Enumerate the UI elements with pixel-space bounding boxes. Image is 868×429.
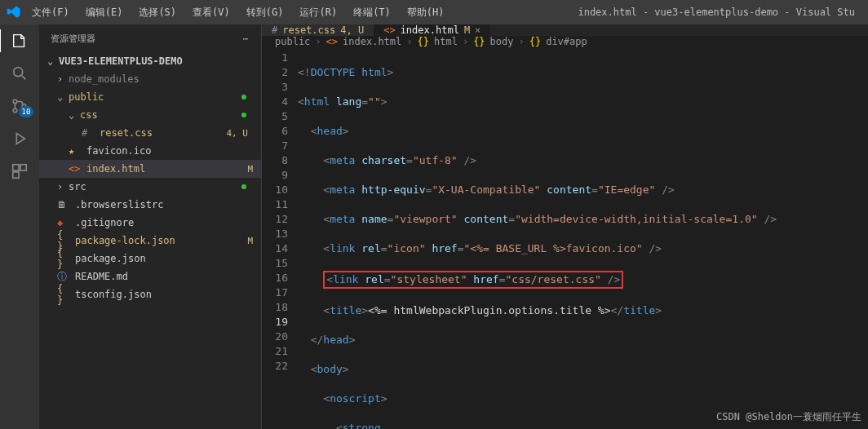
crumb[interactable]: html: [434, 36, 458, 47]
git-dot-icon: [241, 184, 246, 189]
tab-index-html[interactable]: <> index.html M ×: [374, 24, 490, 36]
git-status: M: [247, 236, 253, 246]
crumb[interactable]: index.html: [343, 36, 401, 47]
html-file-icon: <>: [69, 163, 80, 175]
tab-bar: # reset.css 4, U <> index.html M ×: [262, 24, 868, 36]
code-icon: {}: [418, 36, 429, 47]
search-icon[interactable]: [8, 62, 31, 85]
menu-help[interactable]: 帮助(H): [401, 3, 450, 22]
html-file-icon: <>: [326, 36, 338, 47]
menu-select[interactable]: 选择(S): [133, 3, 182, 22]
breadcrumb[interactable]: public› <> index.html› {} html› {} body›…: [262, 36, 868, 47]
chevron-down-icon: ⌄: [57, 91, 65, 103]
activity-bar: 10: [0, 24, 39, 429]
code-icon: {}: [529, 36, 541, 47]
title-bar: 文件(F) 编辑(E) 选择(S) 查看(V) 转到(G) 运行(R) 终端(T…: [0, 0, 868, 24]
svg-rect-6: [13, 172, 19, 178]
git-status: 4, U: [227, 128, 249, 139]
file-reset-css[interactable]: # reset.css 4, U: [39, 124, 261, 142]
svg-point-2: [13, 108, 17, 113]
folder-css[interactable]: ⌄ css: [39, 106, 261, 124]
extensions-icon[interactable]: [8, 160, 31, 183]
watermark: CSDN @Sheldon一蓑烟雨任平生: [716, 410, 861, 424]
folder-public[interactable]: ⌄ public: [39, 88, 261, 106]
window-title: index.html - vue3-elementplus-demo - Vis…: [578, 7, 861, 18]
menu-file[interactable]: 文件(F): [26, 3, 75, 22]
explorer-title: 资源管理器: [51, 33, 95, 45]
chevron-right-icon: ›: [57, 73, 65, 85]
code-icon: {}: [473, 36, 485, 47]
css-file-icon: #: [82, 127, 93, 139]
chevron-right-icon: ›: [57, 181, 65, 192]
tab-label: index.html: [401, 24, 459, 36]
code-body[interactable]: <!DOCTYPE html> <html lang=""> <head> <m…: [298, 47, 868, 429]
file-favicon[interactable]: ★ favicon.ico: [39, 142, 261, 160]
folder-node-modules[interactable]: › node_modules: [39, 70, 261, 88]
explorer-icon[interactable]: [0, 29, 38, 52]
crumb[interactable]: div#app: [546, 36, 587, 47]
tab-status: M: [464, 24, 470, 36]
menu-run[interactable]: 运行(R): [294, 3, 343, 22]
tab-reset-css[interactable]: # reset.css 4, U: [262, 24, 374, 36]
vscode-logo-icon: [7, 5, 21, 20]
code-area[interactable]: 123456789 1011121314151617 1819202122 <!…: [262, 47, 868, 429]
menu-go[interactable]: 转到(G): [241, 3, 290, 22]
line-numbers: 123456789 1011121314151617 1819202122: [262, 47, 298, 429]
explorer-title-row: 资源管理器 ⋯: [39, 24, 261, 52]
menu-terminal[interactable]: 终端(T): [348, 3, 396, 22]
file-index-html[interactable]: <> index.html M: [39, 160, 261, 178]
close-icon[interactable]: ×: [475, 24, 480, 36]
explorer-sidebar: 资源管理器 ⋯ ⌄ VUE3-ELEMENTPLUS-DEMO › node_m…: [39, 24, 261, 429]
svg-point-1: [13, 100, 17, 104]
info-icon: ⓘ: [57, 271, 69, 282]
svg-rect-5: [20, 165, 26, 170]
file-package-json[interactable]: { } package.json: [39, 250, 261, 268]
editor: # reset.css 4, U <> index.html M × publi…: [261, 24, 868, 429]
tab-status: 4, U: [340, 24, 364, 36]
menu-view[interactable]: 查看(V): [187, 3, 236, 22]
debug-icon[interactable]: [8, 127, 31, 150]
json-braces-icon: { }: [57, 289, 69, 300]
tab-label: reset.css: [282, 24, 335, 36]
css-file-icon: #: [272, 24, 277, 36]
json-braces-icon: { }: [57, 253, 69, 264]
json-braces-icon: { }: [57, 235, 69, 246]
file-package-lock[interactable]: { } package-lock.json M: [39, 232, 261, 250]
file-tsconfig[interactable]: { } tsconfig.json: [39, 285, 261, 303]
more-icon[interactable]: ⋯: [242, 33, 250, 44]
file-readme[interactable]: ⓘ README.md: [39, 268, 261, 285]
chevron-down-icon: ⌄: [47, 55, 55, 67]
crumb[interactable]: public: [275, 36, 310, 47]
star-icon: ★: [69, 145, 80, 157]
git-status: M: [247, 164, 253, 175]
file-browserslist[interactable]: 🗎 .browserslistrc: [39, 196, 261, 214]
file-gitignore[interactable]: ◆ .gitignore: [39, 214, 261, 232]
chevron-down-icon: ⌄: [69, 109, 77, 121]
html-file-icon: <>: [383, 24, 395, 36]
svg-rect-4: [13, 165, 19, 170]
svg-point-0: [14, 68, 23, 77]
file-icon: 🗎: [57, 199, 69, 210]
folder-src[interactable]: › src: [39, 178, 261, 196]
git-dot-icon: [241, 113, 246, 117]
menu-edit[interactable]: 编辑(E): [80, 3, 129, 22]
crumb[interactable]: body: [490, 36, 514, 47]
scm-badge: 10: [19, 106, 34, 117]
git-dot-icon: [241, 95, 246, 100]
project-root[interactable]: ⌄ VUE3-ELEMENTPLUS-DEMO: [39, 52, 261, 70]
git-icon: ◆: [57, 217, 69, 228]
